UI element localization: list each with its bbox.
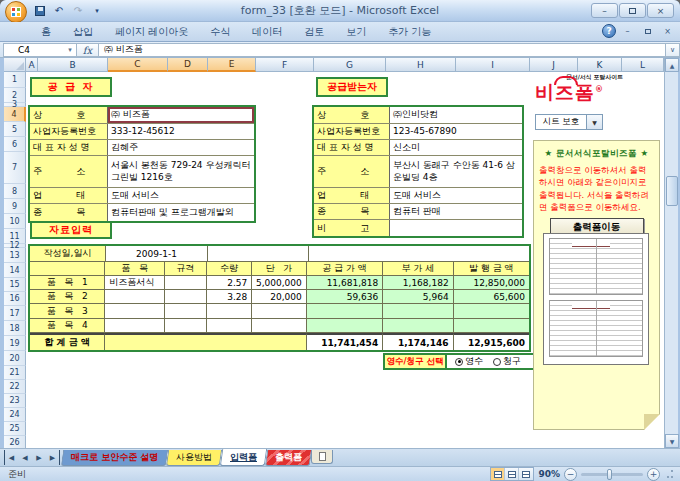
item-qty-cell[interactable] [207,319,253,333]
column-header-H[interactable]: H [386,58,456,72]
radio-unselected-icon[interactable] [493,358,501,366]
sheet-tab-사용방법[interactable]: 사용방법 [166,450,222,466]
select-all-corner[interactable] [4,58,26,72]
sheet-tab-입력폼[interactable]: 입력폼 [220,449,267,466]
ribbon-tab-5[interactable]: 데이터 [241,22,293,42]
row-header-8[interactable]: 8 [4,184,26,199]
column-header-D[interactable]: D [168,58,208,72]
ribbon-tab-3[interactable]: 페이지 레이아웃 [104,22,199,42]
help-icon[interactable]: ? [602,24,616,38]
row-header-10[interactable]: 10 [4,214,26,229]
column-header-K[interactable]: K [578,58,622,72]
item-name-cell[interactable] [105,290,165,304]
field-value-cell[interactable]: 도매 서비스 [390,188,522,203]
workbook-restore-button[interactable] [639,25,656,37]
row-header-13[interactable]: 13 [4,248,26,263]
date-value-cell[interactable]: 2009-1-1 [106,246,208,262]
column-header-I[interactable]: I [456,58,530,72]
item-spec-cell[interactable] [165,290,207,304]
row-header-6[interactable]: 6 [4,137,26,152]
empty-cell[interactable] [208,246,309,262]
zoom-slider[interactable] [581,473,643,476]
column-header-F[interactable]: F [256,58,314,72]
column-header-L[interactable]: L [622,58,664,72]
field-value-cell[interactable]: 도매 서비스 [108,188,254,203]
row-header-7[interactable]: 7 [4,152,26,184]
empty-cell[interactable] [309,246,529,262]
sheet-tab-출력폼[interactable]: 출력폼 [265,450,312,466]
ribbon-tab-2[interactable]: 삽입 [62,22,104,42]
item-qty-cell[interactable]: 2.57 [207,276,253,290]
page-break-view-button[interactable] [519,468,533,480]
row-header-4[interactable]: 4 [4,107,26,122]
zoom-out-button[interactable]: − [564,468,577,481]
item-spec-cell[interactable] [165,304,207,319]
formula-bar-expand-button[interactable]: ∨ [666,43,680,57]
column-header-B[interactable]: B [38,58,108,72]
item-name-cell[interactable] [105,304,165,319]
item-unitprice-cell[interactable] [252,319,307,333]
row-header-21[interactable]: 21 [4,366,26,380]
first-sheet-button[interactable]: ◀ [4,450,18,465]
row-header-17[interactable]: 17 [4,306,26,321]
vertical-scroll-thumb[interactable] [666,176,678,206]
name-box-dropdown-icon[interactable]: ▾ [64,46,76,54]
field-value-cell[interactable]: 김혜주 [108,140,254,155]
radio-option-청구[interactable]: 청구 [493,355,521,368]
insert-sheet-tab[interactable] [311,450,333,464]
row-header-20[interactable]: 20 [4,351,26,366]
column-header-A[interactable]: A [26,58,38,72]
sheet-tab-매크로 보안수준 설명[interactable]: 매크로 보안수준 설명 [61,450,169,466]
radio-option-영수[interactable]: 영수 [455,355,483,368]
ribbon-tab-6[interactable]: 검토 [293,22,335,42]
vertical-scrollbar[interactable]: ▲ ▼ [664,58,678,448]
zoom-in-button[interactable]: + [647,468,660,481]
row-header-26[interactable]: 26 [4,436,26,448]
row-header-16[interactable]: 16 [4,292,26,306]
item-name-cell[interactable] [105,319,165,333]
next-sheet-button[interactable]: ▶ [32,450,46,465]
ribbon-tab-7[interactable]: 보기 [335,22,377,42]
formula-input[interactable]: ㈜ 비즈폼 [99,43,666,57]
field-value-cell[interactable]: 신소미 [390,140,522,155]
insert-function-button[interactable]: fx [77,43,99,57]
row-header-5[interactable]: 5 [4,122,26,137]
item-spec-cell[interactable] [165,276,207,290]
workbook-close-button[interactable]: × [659,25,676,37]
field-value-cell[interactable]: 서울시 봉천동 729-24 우성캐릭터그린빌 1216호 [108,156,254,187]
sheet-protect-dropdown[interactable]: 시트 보호 ▼ [535,114,603,130]
zoom-level[interactable]: 90% [538,469,560,479]
scroll-down-arrow[interactable]: ▼ [665,434,679,448]
item-spec-cell[interactable] [165,319,207,333]
name-box[interactable]: C4 ▾ [3,43,77,57]
row-header-1[interactable]: 1 [4,72,26,88]
field-value-cell[interactable]: 333-12-45612 [108,124,254,139]
close-button[interactable]: × [647,3,674,18]
item-qty-cell[interactable] [207,304,253,319]
item-qty-cell[interactable]: 3.28 [207,290,253,304]
field-value-cell[interactable]: ㈜인비닷컴 [390,107,522,123]
normal-view-button[interactable] [491,468,505,480]
minimize-button[interactable]: – [591,3,618,18]
zoom-slider-thumb[interactable] [607,469,612,480]
row-header-18[interactable]: 18 [4,321,26,336]
maximize-button[interactable] [619,3,646,18]
row-header-23[interactable]: 23 [4,394,26,408]
ribbon-tab-1[interactable]: 홈 [30,22,62,42]
field-value-cell[interactable]: 컴퓨터판매 및 프로그램개발외 [108,204,254,221]
row-header-25[interactable]: 25 [4,422,26,436]
field-value-cell[interactable]: 부산시 동래구 수안동 41-6 삼운빌딩 4층 [390,156,522,187]
item-unitprice-cell[interactable] [252,304,307,319]
field-value-cell-selected[interactable]: ㈜ 비즈폼 [108,107,254,123]
row-header-19[interactable]: 19 [4,336,26,351]
row-header-15[interactable]: 15 [4,278,26,292]
prev-sheet-button[interactable]: ◀ [18,450,32,465]
radio-selected-icon[interactable] [455,358,463,366]
item-unitprice-cell[interactable]: 20,000 [252,290,307,304]
row-header-14[interactable]: 14 [4,263,26,278]
item-unitprice-cell[interactable]: 5,000,000 [252,276,307,290]
last-sheet-button[interactable]: ▶ [46,450,60,465]
ribbon-tab-4[interactable]: 수식 [199,22,241,42]
row-header-24[interactable]: 24 [4,408,26,422]
field-value-cell[interactable] [390,220,522,236]
